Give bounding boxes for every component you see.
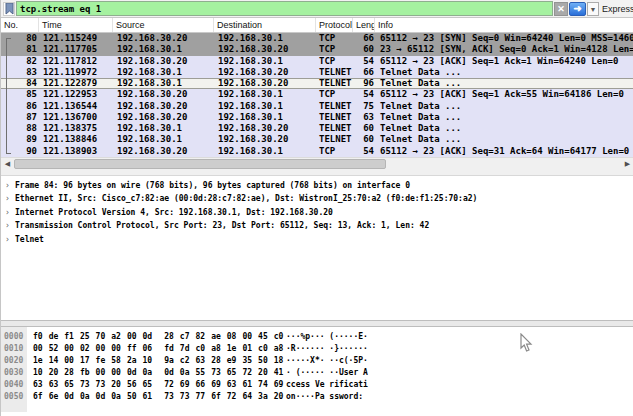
packet-cell-no: 86 [1, 101, 39, 112]
packet-cell-dst: 192.168.30.1 [214, 101, 316, 112]
hex-bytes[interactable]: f0 de f1 25 70 a2 00 0d 28 c7 82 ae 08 0… [33, 331, 283, 343]
packet-cell-info: 65112 → 23 [ACK] Seq=1 Ack=55 Win=64186 … [375, 89, 633, 100]
hex-ascii[interactable]: ·R······ ·}······ [286, 343, 368, 355]
scroll-left-arrow-icon[interactable]: ◀ [1, 158, 14, 170]
hex-bytes[interactable]: 1e 14 00 17 fe 58 2a 10 9a c2 63 28 e9 3… [33, 355, 283, 367]
hex-ascii[interactable]: on····Pa ssword: [286, 391, 368, 403]
packet-cell-info: Telnet Data ... [375, 67, 633, 78]
packet-row[interactable]: 81121.117705192.168.30.1192.168.30.20TCP… [1, 44, 633, 55]
packet-cell-src: 192.168.30.20 [113, 89, 214, 100]
packet-cell-dst: 192.168.30.1 [214, 112, 316, 123]
hex-offset: 0030 [4, 367, 23, 379]
column-header-time[interactable]: Time [39, 18, 113, 32]
packet-cell-no: 85 [1, 89, 39, 100]
packet-cell-proto: TELNET [316, 101, 353, 112]
detail-row[interactable]: ›Frame 84: 96 bytes on wire (768 bits), … [1, 179, 633, 192]
details-bytes-splitter[interactable] [1, 320, 633, 327]
packet-cell-src: 192.168.30.1 [113, 123, 214, 134]
packet-cell-proto: TELNET [316, 112, 353, 123]
packet-list-hscrollbar[interactable]: ◀ ▶ [1, 157, 633, 170]
expand-chevron-icon[interactable]: › [5, 179, 10, 192]
detail-row[interactable]: ›Ethernet II, Src: Cisco_c7:82:ae (00:0d… [1, 192, 633, 205]
column-header-destination[interactable]: Destination [214, 18, 316, 32]
packet-row[interactable]: 83121.119972192.168.30.1192.168.30.20TEL… [1, 67, 633, 78]
hex-row: 004063 63 65 73 73 20 56 65 72 69 66 69 … [1, 379, 633, 391]
packet-cell-proto: TELNET [316, 123, 353, 134]
detail-row[interactable]: ›Telnet [1, 233, 633, 246]
column-header-no[interactable]: No. [1, 18, 39, 32]
expand-chevron-icon[interactable]: › [5, 206, 10, 219]
hex-bytes[interactable]: 00 52 00 02 00 00 ff 06 fd 7d c0 a8 1e 0… [33, 343, 283, 355]
packet-cell-time: 121.122879 [39, 79, 113, 88]
column-header-length[interactable]: Length [353, 18, 375, 32]
packet-cell-proto: TCP [316, 44, 353, 55]
packet-cell-proto: TCP [316, 146, 353, 157]
packet-row[interactable]: 82121.117812192.168.30.20192.168.30.1TCP… [1, 56, 633, 67]
hex-bytes[interactable]: 10 20 28 fb 00 00 0d 0a 0d 0a 55 73 65 7… [33, 367, 283, 379]
scroll-right-arrow-icon[interactable]: ▶ [621, 158, 633, 170]
packet-row[interactable]: 88121.138375192.168.30.1192.168.30.20TEL… [1, 123, 633, 134]
hex-row: 003010 20 28 fb 00 00 0d 0a 0d 0a 55 73 … [1, 367, 633, 379]
packet-row[interactable]: 90121.138903192.168.30.20192.168.30.1TCP… [1, 146, 633, 157]
hex-bytes[interactable]: 63 63 65 73 73 20 56 65 72 69 66 69 63 6… [33, 379, 283, 391]
packet-cell-no: 90 [1, 146, 39, 157]
packet-cell-dst: 192.168.30.20 [214, 44, 316, 55]
packet-cell-time: 121.138375 [39, 123, 113, 134]
detail-row-text: Frame 84: 96 bytes on wire (768 bits), 9… [15, 181, 410, 190]
expand-chevron-icon[interactable]: › [5, 219, 10, 232]
detail-row-text: Ethernet II, Src: Cisco_c7:82:ae (00:0d:… [15, 194, 477, 203]
hex-ascii[interactable]: ccess Ve rificati [286, 379, 368, 391]
packet-cell-no: 87 [1, 112, 39, 123]
packet-cell-no: 83 [1, 67, 39, 78]
hex-offset: 0010 [4, 343, 23, 355]
packet-cell-no: 82 [1, 56, 39, 67]
column-header-source[interactable]: Source [113, 18, 214, 32]
hex-ascii[interactable]: ·····X*· ··c(·5P· [286, 355, 368, 367]
packet-list-header: No. Time Source Destination Protocol Len… [1, 18, 633, 33]
packet-row[interactable]: 85121.122953192.168.30.20192.168.30.1TCP… [1, 89, 633, 100]
packet-cell-proto: TCP [316, 56, 353, 67]
packet-cell-len: 66 [353, 67, 375, 78]
detail-row[interactable]: ›Transmission Control Protocol, Src Port… [1, 219, 633, 232]
packet-cell-dst: 192.168.30.1 [214, 33, 316, 44]
packet-row[interactable]: 80121.115249192.168.30.20192.168.30.1TCP… [1, 33, 633, 44]
packet-cell-len: 66 [353, 33, 375, 44]
apply-filter-button[interactable]: ➜ [569, 2, 586, 16]
packet-cell-len: 54 [353, 146, 375, 157]
packet-cell-time: 121.115249 [39, 33, 113, 44]
packet-cell-info: 65112 → 23 [ACK] Seq=1 Ack=1 Win=64240 L… [375, 56, 633, 67]
filter-bookmark-button[interactable] [3, 2, 15, 16]
packet-cell-info: Telnet Data ... [375, 134, 633, 145]
clear-filter-button[interactable]: ✕ [554, 2, 568, 16]
hex-offset: 0020 [4, 355, 23, 367]
display-filter-input[interactable] [16, 1, 553, 16]
expand-chevron-icon[interactable]: › [5, 192, 10, 205]
hex-ascii[interactable]: · (····· ··User A [286, 367, 368, 379]
hex-row: 0000f0 de f1 25 70 a2 00 0d 28 c7 82 ae … [1, 331, 633, 343]
packet-cell-dst: 192.168.30.1 [214, 89, 316, 100]
expression-button[interactable]: Expression… [602, 4, 633, 14]
packet-cell-no: 81 [1, 44, 39, 55]
filter-dropdown-button[interactable]: ▼ [587, 2, 599, 16]
packet-cell-time: 121.119972 [39, 67, 113, 78]
packet-row[interactable]: 86121.136544192.168.30.20192.168.30.1TEL… [1, 101, 633, 112]
packet-cell-time: 121.117812 [39, 56, 113, 67]
packet-cell-len: 54 [353, 56, 375, 67]
packet-row[interactable]: 89121.138846192.168.30.1192.168.30.20TEL… [1, 134, 633, 145]
hex-row: 00506f 6e 0d 0a 0d 0a 50 61 73 73 77 6f … [1, 391, 633, 403]
column-header-protocol[interactable]: Protocol [316, 18, 353, 32]
packet-cell-src: 192.168.30.1 [113, 134, 214, 145]
expand-chevron-icon[interactable]: › [5, 233, 10, 246]
packet-row[interactable]: 87121.136700192.168.30.20192.168.30.1TEL… [1, 112, 633, 123]
packet-cell-info: Telnet Data ... [375, 123, 633, 134]
packet-cell-proto: TELNET [316, 79, 353, 88]
detail-row[interactable]: ›Internet Protocol Version 4, Src: 192.1… [1, 206, 633, 219]
packet-list: 80121.115249192.168.30.20192.168.30.1TCP… [1, 33, 633, 157]
packet-row[interactable]: 84121.122879192.168.30.1192.168.30.20TEL… [1, 78, 633, 89]
packet-cell-time: 121.117705 [39, 44, 113, 55]
hscrollbar-thumb[interactable] [14, 159, 386, 169]
packet-cell-info: 65112 → 23 [ACK] Seq=31 Ack=64 Win=64177… [375, 146, 633, 157]
hex-ascii[interactable]: ···%p··· (·····E· [286, 331, 368, 343]
hex-bytes[interactable]: 6f 6e 0d 0a 0d 0a 50 61 73 73 77 6f 72 6… [33, 391, 283, 403]
column-header-info[interactable]: Info [375, 18, 633, 32]
